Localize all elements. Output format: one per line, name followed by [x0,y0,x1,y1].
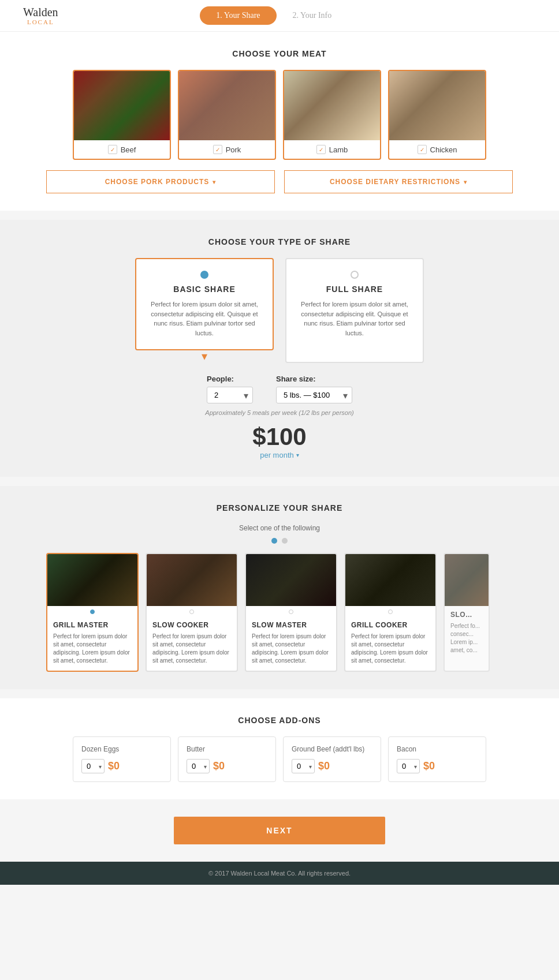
meat-title: CHOOSE YOUR MEAT [46,49,513,58]
addons-title: CHOOSE ADD-ONS [46,716,513,725]
basic-share-desc: Perfect for lorem ipsum dolor sit amet, … [148,300,261,338]
share-size-control: Share size: 5 lbs. — $100 10 lbs. — $180 [276,375,352,403]
bacon-price: $0 [423,760,435,772]
eggs-price: $0 [108,760,120,772]
bacon-name: Bacon [397,745,478,753]
addons-grid: Dozen Eggs 012 $0 Butter 012 $0 [46,736,513,782]
personalize-card-slow-master[interactable]: SLOW MASTER Perfect for lorem ipsum dolo… [245,553,337,672]
grill-master-title: GRILL MASTER [53,621,132,629]
share-size-label: Share size: [276,375,352,383]
pork-products-button[interactable]: CHOOSE PORK PRODUCTS ▾ [46,170,275,193]
people-select[interactable]: 2 3 4 [207,387,253,403]
basic-share-title: BASIC SHARE [148,285,261,294]
grill-master-desc: Perfect for lorem ipsum dolor sit amet, … [53,633,132,665]
logo: Walden LOCAL [23,6,58,25]
footer: © 2017 Walden Local Meat Co. All rights … [0,862,559,885]
next-section: NEXT [0,799,559,862]
logo-local: LOCAL [23,18,58,25]
bacon-qty-select[interactable]: 012 [397,759,420,773]
full-share-title: FULL SHARE [298,285,411,294]
basic-pointer-icon: ▾ [135,349,274,363]
ground-beef-qty-select[interactable]: 012 [292,759,315,773]
meat-card-pork[interactable]: ✓ Pork [178,70,276,160]
header: Walden LOCAL 1. Your Share 2. Your Info [0,0,559,32]
slow-master-dot [289,609,293,614]
personalize-section: PERSONALIZE YOUR SHARE Select one of the… [0,486,559,689]
share-type-section: CHOOSE YOUR TYPE OF SHARE BASIC SHARE Pe… [0,220,559,477]
pork-checkbox[interactable]: ✓ [213,145,222,154]
slow-cooker-dot [189,609,194,614]
share-card-basic[interactable]: BASIC SHARE Perfect for lorem ipsum dolo… [135,258,274,350]
slow2-image [445,554,489,606]
full-radio[interactable] [351,271,359,279]
slow-master-desc: Perfect for lorem ipsum dolor sit amet, … [252,633,330,665]
slow2-title: SLO... [450,611,483,619]
step1[interactable]: 1. Your Share [200,6,276,25]
addon-eggs: Dozen Eggs 012 $0 [73,736,171,782]
slow-cooker-desc: Perfect for lorem ipsum dolor sit amet, … [152,633,231,665]
lamb-label: Lamb [329,145,348,154]
pork-label: Pork [226,145,241,154]
meat-section: CHOOSE YOUR MEAT ✓ Beef ✓ Pork ✓ Lamb [0,32,559,211]
grill-cooker-title: GRILL COOKER [351,621,430,629]
butter-price: $0 [213,760,225,772]
grill-cooker-image [345,554,435,606]
dot-indicators [46,538,513,544]
meat-card-chicken[interactable]: ✓ Chicken [388,70,486,160]
personalize-card-list: GRILL MASTER Perfect for lorem ipsum dol… [46,553,513,672]
share-size-select[interactable]: 5 lbs. — $100 10 lbs. — $180 [276,387,352,403]
price-display: $100 per month ▾ [46,423,513,459]
pork-image [179,71,275,140]
grill-cooker-dot [388,609,393,614]
slow-master-image [246,554,336,606]
slow-cooker-title: SLOW COOKER [152,621,231,629]
share-card-basic-wrapper: BASIC SHARE Perfect for lorem ipsum dolo… [135,258,274,363]
personalize-subtitle: Select one of the following [46,524,513,532]
footer-text: © 2017 Walden Local Meat Co. All rights … [208,870,351,877]
filter-row: CHOOSE PORK PRODUCTS ▾ CHOOSE DIETARY RE… [46,170,513,193]
beef-label: Beef [121,145,136,154]
per-month-label: per month [260,451,294,459]
filter2-arrow-icon: ▾ [464,179,467,185]
beef-checkbox[interactable]: ✓ [108,145,117,154]
ground-beef-name: Ground Beef (addt'l lbs) [292,745,372,753]
addon-ground-beef: Ground Beef (addt'l lbs) 012 $0 [283,736,381,782]
meat-grid: ✓ Beef ✓ Pork ✓ Lamb ✓ Chicken [46,70,513,160]
dot-2[interactable] [282,538,288,544]
share-type-grid: BASIC SHARE Perfect for lorem ipsum dolo… [106,258,453,363]
dietary-restrictions-button[interactable]: CHOOSE DIETARY RESTRICTIONS ▾ [284,170,513,193]
dot-1[interactable] [271,538,277,544]
step2[interactable]: 2. Your Info [277,6,348,25]
share-card-full[interactable]: FULL SHARE Perfect for lorem ipsum dolor… [285,258,424,363]
lamb-image [284,71,380,140]
personalize-card-grill-cooker[interactable]: GRILL COOKER Perfect for lorem ipsum dol… [344,553,437,672]
next-button[interactable]: NEXT [174,817,385,844]
share-controls: People: 2 3 4 Share size: 5 lbs. — $100 … [46,375,513,403]
chicken-label: Chicken [430,145,457,154]
per-month-arrow-icon: ▾ [296,452,299,458]
eggs-name: Dozen Eggs [81,745,162,753]
eggs-qty-select[interactable]: 012 [81,759,105,773]
grill-master-dot [90,609,95,614]
steps-nav: 1. Your Share 2. Your Info [200,6,348,25]
meat-card-beef[interactable]: ✓ Beef [73,70,171,160]
people-label: People: [207,375,253,383]
meat-card-lamb[interactable]: ✓ Lamb [283,70,381,160]
ground-beef-price: $0 [318,760,330,772]
butter-qty-select[interactable]: 012 [187,759,210,773]
addon-bacon: Bacon 012 $0 [388,736,486,782]
personalize-card-slow2[interactable]: SLO... Perfect fo... consec... Lorem ip.… [444,553,490,672]
lamb-checkbox[interactable]: ✓ [316,145,326,154]
butter-name: Butter [187,745,267,753]
grill-master-image [47,554,137,606]
personalize-card-grill-master[interactable]: GRILL MASTER Perfect for lorem ipsum dol… [46,553,139,672]
beef-image [74,71,170,140]
personalize-card-slow-cooker[interactable]: SLOW COOKER Perfect for lorem ipsum dolo… [146,553,238,672]
basic-radio[interactable] [200,271,208,279]
chicken-checkbox[interactable]: ✓ [418,145,427,154]
people-control: People: 2 3 4 [207,375,253,403]
slow2-desc: Perfect fo... consec... Lorem ip... amet… [450,622,483,654]
full-share-desc: Perfect for lorem ipsum dolor sit amet, … [298,300,411,338]
grill-cooker-desc: Perfect for lorem ipsum dolor sit amet, … [351,633,430,665]
share-type-title: CHOOSE YOUR TYPE OF SHARE [46,237,513,246]
